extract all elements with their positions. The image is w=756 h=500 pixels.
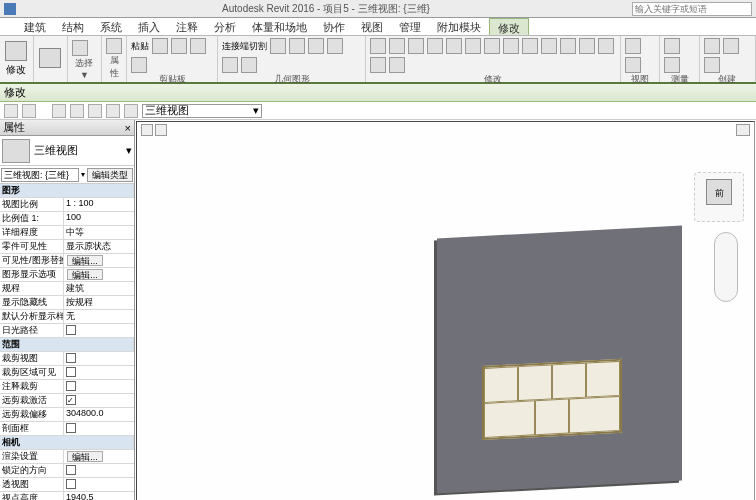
type-sel-icon[interactable]	[4, 104, 18, 118]
chevron-down-icon[interactable]: ▾	[126, 144, 132, 157]
prop-section-相机[interactable]: 相机	[0, 436, 134, 450]
checkbox[interactable]	[66, 381, 76, 391]
prop-row[interactable]: 可见性/图形替换编辑...	[0, 254, 134, 268]
3d-viewport[interactable]: 前 1 : 100	[136, 121, 755, 500]
view-dropdown[interactable]: 三维视图▾	[142, 104, 262, 118]
ribbon-icon[interactable]	[408, 38, 424, 54]
prop-row[interactable]: 锁定的方向	[0, 464, 134, 478]
prop-row[interactable]: 显示隐藏线按规程	[0, 296, 134, 310]
wall-model[interactable]	[437, 226, 682, 494]
vb-icon[interactable]	[88, 104, 102, 118]
ribbon-icon[interactable]	[704, 57, 720, 73]
tab-系统[interactable]: 系统	[92, 18, 130, 35]
prop-row[interactable]: 零件可见性显示原状态	[0, 240, 134, 254]
edit-type-button[interactable]: 编辑类型	[87, 168, 133, 182]
checkbox[interactable]	[66, 395, 76, 405]
prop-row[interactable]: 默认分析显示样式无	[0, 310, 134, 324]
tab-修改[interactable]: 修改	[489, 18, 529, 35]
window-model[interactable]	[482, 359, 622, 440]
ribbon-icon[interactable]	[465, 38, 481, 54]
ribbon-icon[interactable]	[152, 38, 168, 54]
prop-row[interactable]: 渲染设置编辑...	[0, 450, 134, 464]
ribbon-icon[interactable]	[222, 57, 238, 73]
ribbon-icon[interactable]	[560, 38, 576, 54]
vb-icon[interactable]	[70, 104, 84, 118]
prop-section-图形[interactable]: 图形	[0, 184, 134, 198]
prop-row[interactable]: 日光路径	[0, 324, 134, 338]
prop-row[interactable]: 详细程度中等	[0, 226, 134, 240]
tab-视图[interactable]: 视图	[353, 18, 391, 35]
tab-管理[interactable]: 管理	[391, 18, 429, 35]
ribbon-icon[interactable]	[704, 38, 720, 54]
ribbon-icon[interactable]	[289, 38, 305, 54]
ribbon-icon[interactable]	[503, 38, 519, 54]
ribbon-icon[interactable]	[664, 57, 680, 73]
ribbon-icon[interactable]	[72, 40, 88, 56]
type-selector[interactable]: 三维视图 ▾	[0, 136, 134, 166]
tab-体量和场地[interactable]: 体量和场地	[244, 18, 315, 35]
prop-row[interactable]: 裁剪区域可见	[0, 366, 134, 380]
ribbon-icon[interactable]	[446, 38, 462, 54]
prop-edit-button[interactable]: 编辑...	[67, 451, 103, 462]
ribbon-icon[interactable]	[327, 38, 343, 54]
ribbon-icon[interactable]	[190, 38, 206, 54]
prop-edit-button[interactable]: 编辑...	[67, 269, 103, 280]
tab-建筑[interactable]: 建筑	[16, 18, 54, 35]
filter-icon[interactable]: ▾	[81, 170, 85, 179]
prop-row[interactable]: 规程建筑	[0, 282, 134, 296]
ribbon-icon[interactable]	[241, 57, 257, 73]
prop-row[interactable]: 注释裁剪	[0, 380, 134, 394]
search-input[interactable]	[632, 2, 752, 16]
ribbon-big-修改[interactable]: 修改	[0, 36, 34, 82]
tab-插入[interactable]: 插入	[130, 18, 168, 35]
close-icon[interactable]: ×	[125, 122, 131, 134]
prop-edit-button[interactable]: 编辑...	[67, 255, 103, 266]
ribbon-icon[interactable]	[370, 38, 386, 54]
nav-bar[interactable]	[714, 232, 738, 302]
prop-row[interactable]: 视点高度1940.5	[0, 492, 134, 500]
props-grid[interactable]: 图形视图比例1 : 100比例值 1:100详细程度中等零件可见性显示原状态可见…	[0, 184, 134, 500]
ribbon-icon[interactable]	[270, 38, 286, 54]
ribbon-icon[interactable]	[541, 38, 557, 54]
vb-icon[interactable]	[106, 104, 120, 118]
prop-section-范围[interactable]: 范围	[0, 338, 134, 352]
ribbon-icon[interactable]	[389, 38, 405, 54]
ribbon-icon[interactable]	[625, 38, 641, 54]
checkbox[interactable]	[66, 479, 76, 489]
tab-附加模块[interactable]: 附加模块	[429, 18, 489, 35]
prop-row[interactable]: 远剪裁激活	[0, 394, 134, 408]
ribbon-icon[interactable]	[484, 38, 500, 54]
canvas[interactable]	[137, 122, 754, 500]
tab-分析[interactable]: 分析	[206, 18, 244, 35]
prop-row[interactable]: 裁剪视图	[0, 352, 134, 366]
prop-row[interactable]: 比例值 1:100	[0, 212, 134, 226]
checkbox[interactable]	[66, 353, 76, 363]
ribbon-icon[interactable]	[664, 38, 680, 54]
ribbon-icon[interactable]	[625, 57, 641, 73]
checkbox[interactable]	[66, 325, 76, 335]
checkbox[interactable]	[66, 465, 76, 475]
viewcube-face[interactable]: 前	[706, 179, 732, 205]
prop-row[interactable]: 剖面框	[0, 422, 134, 436]
vb-icon[interactable]	[124, 104, 138, 118]
checkbox[interactable]	[66, 423, 76, 433]
ribbon-icon[interactable]	[522, 38, 538, 54]
tab-注释[interactable]: 注释	[168, 18, 206, 35]
prop-row[interactable]: 透视图	[0, 478, 134, 492]
prop-row[interactable]: 图形显示选项编辑...	[0, 268, 134, 282]
ribbon-icon[interactable]	[723, 38, 739, 54]
vb-icon[interactable]	[52, 104, 66, 118]
ribbon-icon[interactable]	[598, 38, 614, 54]
tab-协作[interactable]: 协作	[315, 18, 353, 35]
ribbon-icon[interactable]	[370, 57, 386, 73]
ribbon-big- [interactable]	[34, 36, 68, 82]
prop-row[interactable]: 视图比例1 : 100	[0, 198, 134, 212]
ribbon-icon[interactable]	[427, 38, 443, 54]
ribbon-icon[interactable]	[171, 38, 187, 54]
checkbox[interactable]	[66, 367, 76, 377]
prop-row[interactable]: 远剪裁偏移304800.0	[0, 408, 134, 422]
viewcube[interactable]: 前	[694, 172, 744, 222]
ribbon-icon[interactable]	[308, 38, 324, 54]
tab-结构[interactable]: 结构	[54, 18, 92, 35]
type-sel-icon2[interactable]	[22, 104, 36, 118]
